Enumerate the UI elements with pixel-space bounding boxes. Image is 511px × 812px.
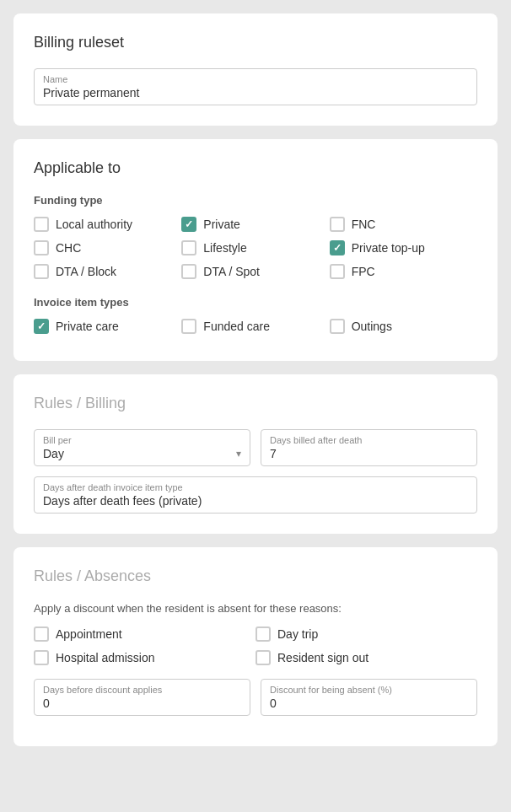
checkbox-dta-block-label: DTA / Block	[56, 265, 116, 278]
checkbox-local-authority-label: Local authority	[56, 218, 132, 231]
checkbox-day-trip-box[interactable]	[256, 626, 271, 642]
billing-ruleset-card: Billing ruleset Name Private permanent	[13, 13, 498, 126]
checkbox-lifestyle[interactable]: Lifestyle	[181, 240, 329, 255]
checkbox-outings-label: Outings	[352, 320, 392, 333]
checkbox-hospital-admission[interactable]: Hospital admission	[34, 650, 256, 665]
checkbox-fpc-box[interactable]	[330, 264, 345, 279]
discount-percent-label: Discount for being absent (%)	[270, 685, 468, 695]
applicable-to-title: Applicable to	[34, 159, 477, 177]
days-billed-value: 7	[270, 447, 277, 460]
checkbox-private-top-up-box[interactable]	[330, 240, 345, 255]
bill-per-field[interactable]: Bill per Day ▾	[34, 429, 250, 466]
name-label: Name	[43, 74, 468, 84]
funding-checkboxes: Local authority Private FNC CHC Lifestyl…	[34, 217, 477, 279]
checkbox-dta-spot-box[interactable]	[181, 264, 196, 279]
discount-percent-field[interactable]: Discount for being absent (%) 0	[261, 679, 477, 716]
applicable-to-card: Applicable to Funding type Local authori…	[13, 139, 498, 361]
checkbox-appointment-label: Appointment	[56, 627, 122, 641]
checkbox-appointment[interactable]: Appointment	[34, 626, 256, 642]
checkbox-dta-spot-label: DTA / Spot	[203, 265, 260, 278]
bill-per-label: Bill per	[43, 435, 241, 445]
checkbox-funded-care-box[interactable]	[181, 319, 196, 334]
rules-billing-title: Rules / Billing	[34, 395, 477, 412]
checkbox-dta-block-box[interactable]	[34, 264, 49, 279]
checkbox-fnc-label: FNC	[352, 218, 376, 231]
checkbox-resident-sign-out[interactable]: Resident sign out	[256, 650, 477, 665]
checkbox-private-care-box[interactable]	[34, 319, 49, 334]
checkbox-funded-care[interactable]: Funded care	[181, 319, 329, 334]
checkbox-outings[interactable]: Outings	[330, 319, 477, 334]
checkbox-fnc[interactable]: FNC	[330, 217, 477, 232]
checkbox-fpc[interactable]: FPC	[330, 264, 477, 279]
funding-type-label: Funding type	[34, 194, 477, 207]
name-value: Private permanent	[43, 86, 139, 99]
days-after-death-value: Days after death fees (private)	[43, 494, 202, 508]
checkbox-private-label: Private	[203, 218, 240, 231]
checkbox-appointment-box[interactable]	[34, 626, 49, 642]
checkbox-fpc-label: FPC	[352, 265, 375, 278]
checkbox-chc-box[interactable]	[34, 240, 49, 255]
checkbox-private[interactable]: Private	[181, 217, 329, 232]
checkbox-chc-label: CHC	[56, 241, 81, 255]
checkbox-resident-sign-out-label: Resident sign out	[277, 651, 368, 664]
days-before-discount-field[interactable]: Days before discount applies 0	[34, 679, 250, 716]
checkbox-private-top-up-label: Private top-up	[352, 241, 425, 255]
checkbox-dta-block[interactable]: DTA / Block	[34, 264, 181, 279]
checkbox-private-box[interactable]	[181, 217, 196, 232]
checkbox-funded-care-label: Funded care	[203, 320, 270, 333]
discount-percent-value: 0	[270, 696, 277, 710]
absence-checkboxes: Appointment Day trip Hospital admission …	[34, 626, 477, 665]
name-field[interactable]: Name Private permanent	[34, 68, 477, 105]
checkbox-lifestyle-box[interactable]	[181, 240, 196, 255]
days-after-death-label: Days after death invoice item type	[43, 482, 468, 492]
checkbox-private-top-up[interactable]: Private top-up	[330, 240, 477, 255]
days-before-discount-value: 0	[43, 696, 50, 710]
checkbox-day-trip[interactable]: Day trip	[256, 626, 477, 642]
checkbox-day-trip-label: Day trip	[277, 627, 318, 641]
days-before-discount-label: Days before discount applies	[43, 685, 241, 695]
checkbox-lifestyle-label: Lifestyle	[203, 241, 246, 255]
checkbox-hospital-admission-box[interactable]	[34, 650, 49, 665]
checkbox-local-authority-box[interactable]	[34, 217, 49, 232]
chevron-down-icon: ▾	[236, 448, 241, 460]
checkbox-dta-spot[interactable]: DTA / Spot	[181, 264, 329, 279]
checkbox-private-care-label: Private care	[56, 320, 119, 333]
checkbox-hospital-admission-label: Hospital admission	[56, 651, 155, 664]
days-after-death-field[interactable]: Days after death invoice item type Days …	[34, 476, 477, 514]
rules-absences-title: Rules / Absences	[34, 567, 477, 585]
checkbox-fnc-box[interactable]	[330, 217, 345, 232]
checkbox-chc[interactable]: CHC	[34, 240, 181, 255]
invoice-types-label: Invoice item types	[34, 296, 477, 309]
checkbox-resident-sign-out-box[interactable]	[256, 650, 271, 665]
billing-fields-top: Bill per Day ▾ Days billed after death 7	[34, 429, 477, 466]
absence-description: Apply a discount when the resident is ab…	[34, 602, 477, 615]
checkbox-private-care[interactable]: Private care	[34, 319, 181, 334]
invoice-section: Invoice item types Private care Funded c…	[34, 296, 477, 334]
checkbox-local-authority[interactable]: Local authority	[34, 217, 181, 232]
invoice-checkboxes: Private care Funded care Outings	[34, 319, 477, 334]
bill-per-value: Day	[43, 447, 64, 460]
rules-absences-card: Rules / Absences Apply a discount when t…	[13, 547, 498, 746]
checkbox-outings-box[interactable]	[330, 319, 345, 334]
absence-discount-fields: Days before discount applies 0 Discount …	[34, 679, 477, 716]
billing-ruleset-title: Billing ruleset	[34, 34, 477, 51]
days-billed-label: Days billed after death	[270, 435, 468, 445]
rules-billing-card: Rules / Billing Bill per Day ▾ Days bill…	[13, 374, 498, 534]
days-billed-field[interactable]: Days billed after death 7	[261, 429, 477, 466]
